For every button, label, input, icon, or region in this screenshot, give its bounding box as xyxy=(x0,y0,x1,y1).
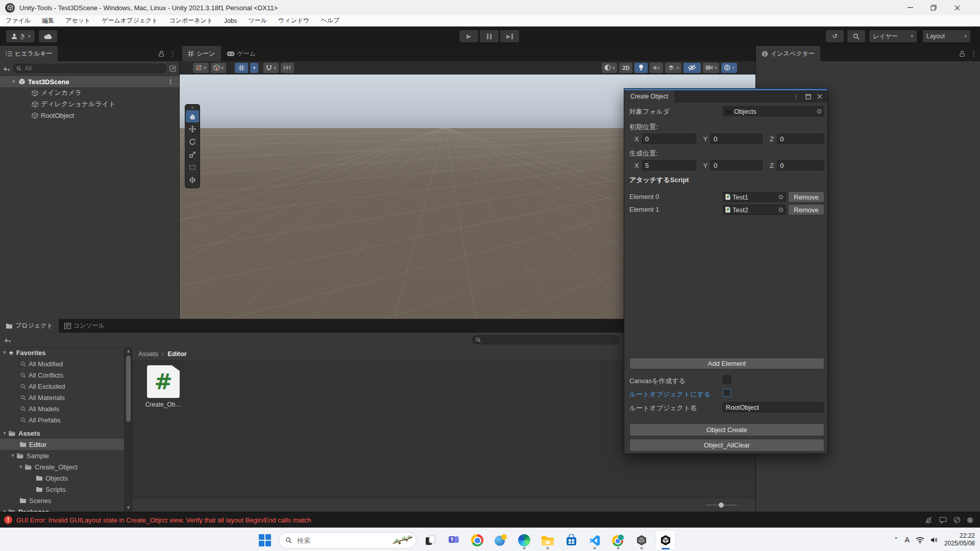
assets-root-row[interactable]: ▼ Assets xyxy=(0,428,124,439)
foldout-icon[interactable]: ▼ xyxy=(2,431,7,436)
scroll-up-icon[interactable]: ▲ xyxy=(125,348,132,354)
foldout-icon[interactable]: ▼ xyxy=(18,464,23,469)
create-asset-button[interactable]: +▾ xyxy=(4,336,11,344)
sidebar-scrollbar[interactable]: ▲ ▼ xyxy=(124,347,132,512)
blocked-icon[interactable] xyxy=(953,516,961,523)
status-bar[interactable]: ! GUI Error: Invalid GUILayout state in … xyxy=(0,512,980,528)
status-error-text[interactable]: GUI Error: Invalid GUILayout state in Cr… xyxy=(16,516,311,524)
breadcrumb-current[interactable]: Editor xyxy=(167,350,187,358)
spawn-y-field[interactable] xyxy=(710,160,763,170)
object-allclear-button[interactable]: Object_AllClear xyxy=(629,439,824,452)
tree-item-editor[interactable]: Editor xyxy=(0,439,124,450)
ime-indicator[interactable]: A xyxy=(905,536,910,544)
hierarchy-search[interactable] xyxy=(13,64,166,73)
gizmos-dropdown[interactable]: ▾ xyxy=(721,63,737,73)
menu-gameobject[interactable]: ゲームオブジェクト xyxy=(96,15,163,27)
tree-item-sample[interactable]: ▼ Sample xyxy=(0,450,124,461)
wifi-icon[interactable] xyxy=(916,537,924,543)
element-1-remove-button[interactable]: Remove xyxy=(788,204,824,215)
grid-snap-dropdown[interactable]: ▾ xyxy=(250,63,258,73)
taskbar-search-input[interactable] xyxy=(296,536,388,545)
tree-item-scripts[interactable]: Scripts xyxy=(0,484,124,495)
undo-history-button[interactable]: ↺ xyxy=(826,30,844,42)
tab-project[interactable]: プロジェクト xyxy=(0,319,59,333)
snap-toggle[interactable]: ▾ xyxy=(263,63,279,73)
scrollbar-thumb[interactable] xyxy=(126,356,131,422)
object-picker-icon[interactable]: ⊙ xyxy=(778,206,783,213)
add-element-button[interactable]: Add Element xyxy=(629,358,824,369)
microsoft-store-button[interactable] xyxy=(561,531,581,550)
foldout-icon[interactable]: ▼ xyxy=(11,79,16,84)
overlay-grip-icon[interactable]: ≡ xyxy=(186,106,199,110)
root-name-field[interactable] xyxy=(723,402,824,412)
audio-mute-toggle[interactable] xyxy=(650,63,663,73)
close-icon[interactable] xyxy=(817,94,822,99)
maximize-icon[interactable] xyxy=(805,94,811,99)
initial-y-input[interactable] xyxy=(714,135,760,143)
element-0-field[interactable]: # Test1 ⊙ xyxy=(723,192,786,202)
tree-item-scenes[interactable]: Scenes xyxy=(0,495,124,506)
chrome-profile-button[interactable] xyxy=(608,531,628,550)
task-view-button[interactable] xyxy=(421,531,440,550)
lock-icon[interactable] xyxy=(158,51,164,57)
tab-inspector[interactable]: インスペクター xyxy=(756,46,820,61)
menu-file[interactable]: ファイル xyxy=(0,15,36,27)
hierarchy-item-rootobject[interactable]: RootObject xyxy=(0,110,179,121)
shading-mode-dropdown[interactable]: ▾ xyxy=(602,63,618,73)
foldout-icon[interactable]: ▼ xyxy=(2,350,7,355)
tab-create-object[interactable]: Create Object xyxy=(624,90,674,103)
file-explorer-button[interactable] xyxy=(538,531,557,550)
notifications-muted-icon[interactable] xyxy=(925,516,933,524)
unity-editor-button[interactable] xyxy=(655,530,676,550)
effects-dropdown[interactable]: ▾ xyxy=(665,63,681,73)
kebab-menu-icon[interactable]: ⋮ xyxy=(167,78,174,86)
kebab-menu-icon[interactable]: ⋮ xyxy=(793,93,799,101)
favorite-item[interactable]: All Conflicts xyxy=(0,369,124,381)
element-1-field[interactable]: # Test2 ⊙ xyxy=(723,205,786,215)
spawn-z-input[interactable] xyxy=(780,162,821,169)
tab-hierarchy[interactable]: ヒエラルキー xyxy=(0,46,58,61)
minimize-button[interactable] xyxy=(898,0,922,15)
start-button[interactable] xyxy=(255,531,275,550)
favorite-item[interactable]: All Prefabs xyxy=(0,414,124,425)
2d-mode-toggle[interactable]: 2D xyxy=(619,63,632,73)
thumbnail-size-slider[interactable] xyxy=(705,505,737,506)
vscode-button[interactable] xyxy=(585,531,604,550)
tab-scene[interactable]: シーン xyxy=(182,46,221,61)
spawn-z-field[interactable] xyxy=(777,160,824,170)
initial-z-input[interactable] xyxy=(780,135,821,143)
chrome-button[interactable] xyxy=(468,531,487,550)
tray-chevron-icon[interactable]: ⌃ xyxy=(894,536,899,543)
initial-z-field[interactable] xyxy=(777,134,824,144)
initial-y-field[interactable] xyxy=(710,134,763,144)
rect-tool-button[interactable] xyxy=(186,161,199,173)
initial-x-field[interactable] xyxy=(642,134,696,144)
favorite-item[interactable]: All Modified xyxy=(0,358,124,369)
tab-game[interactable]: ゲーム xyxy=(221,46,262,61)
hierarchy-search-input[interactable] xyxy=(24,64,163,72)
move-tool-button[interactable] xyxy=(186,123,199,135)
create-canvas-checkbox[interactable] xyxy=(723,375,731,384)
hierarchy-item-camera[interactable]: メインカメラ xyxy=(0,87,179,98)
taskbar-search-box[interactable] xyxy=(279,532,416,548)
close-button[interactable] xyxy=(945,0,969,15)
tree-item-create-object[interactable]: ▼ Create_Object xyxy=(0,461,124,472)
menu-assets[interactable]: アセット xyxy=(60,15,96,27)
add-gameobject-button[interactable]: +▾ xyxy=(3,64,10,73)
favorites-header-row[interactable]: ▼ ★ Favorites xyxy=(0,347,124,358)
hand-tool-button[interactable] xyxy=(186,110,199,122)
spawn-x-input[interactable] xyxy=(645,162,693,169)
favorite-item[interactable]: All Models xyxy=(0,403,124,414)
object-create-button[interactable]: Object Create xyxy=(629,423,824,436)
menu-component[interactable]: コンポーネント xyxy=(164,15,219,27)
menu-jobs[interactable]: Jobs xyxy=(218,15,242,27)
edge-button[interactable] xyxy=(514,531,534,550)
message-icon[interactable] xyxy=(939,517,947,523)
target-folder-field[interactable]: Objects ⊙ xyxy=(723,106,824,116)
lock-icon[interactable] xyxy=(959,51,965,57)
initial-x-input[interactable] xyxy=(645,135,693,143)
scroll-down-icon[interactable]: ▼ xyxy=(125,505,132,510)
volume-icon[interactable] xyxy=(930,537,938,543)
element-0-remove-button[interactable]: Remove xyxy=(788,191,824,203)
pivot-mode-dropdown[interactable]: ▾ xyxy=(193,63,209,73)
